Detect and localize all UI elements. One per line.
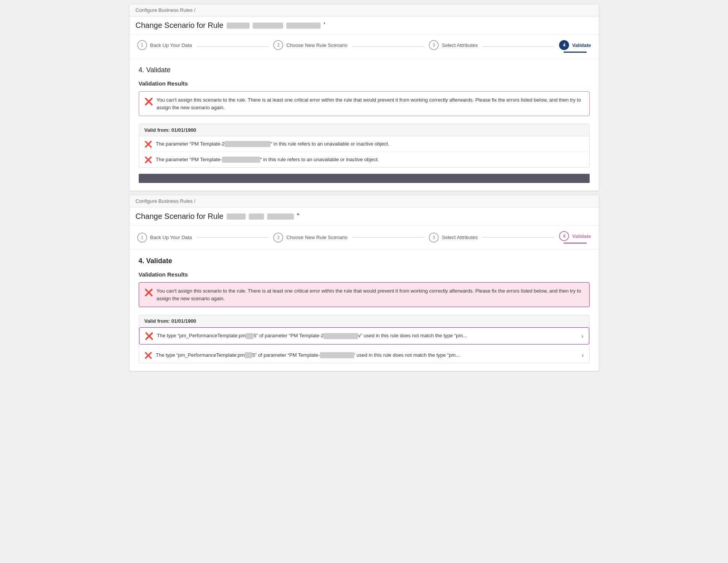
title-blur-3: [286, 23, 321, 29]
stepper-top: 1 Back Up Your Data 2 Choose New Rule Sc…: [130, 35, 599, 58]
step-label-3-top: Select Attributes: [442, 42, 478, 48]
error-row-text-1-bottom: The type “pm_PerformanceTemplate:pm5” of…: [157, 333, 467, 339]
step-underline-3-top: [429, 52, 478, 53]
step-label-4-bottom: Validate: [572, 233, 591, 239]
error-row-2-bottom: ❌ The type “pm_PerformanceTemplate:pm5” …: [139, 348, 589, 363]
step-label-2-bottom: Choose New Rule Scenario: [286, 235, 347, 240]
error-row-text-2-top: The parameter “PM Template-“ in this rul…: [156, 157, 379, 163]
error-banner-top: ❌ You can't assign this scenario to the …: [139, 91, 590, 116]
step-circle-3-bottom: 3: [429, 233, 439, 243]
error-banner-text-bottom: You can't assign this scenario to the ru…: [157, 287, 584, 302]
title-blur-1: [227, 23, 250, 29]
validation-title-bottom: Validation Results: [139, 271, 590, 278]
title-blur-2: [253, 23, 283, 29]
step-circle-4-top: 4: [559, 40, 569, 50]
title-blur-1b: [227, 214, 246, 220]
step-circle-2-top: 2: [273, 40, 283, 50]
error-row-text-2-bottom: The type “pm_PerformanceTemplate:pm5” of…: [156, 352, 460, 359]
step-label-2-top: Choose New Rule Scenario: [286, 42, 347, 48]
step-underline-4-top: [564, 52, 587, 53]
error-row-1-top: ❌ The parameter “PM Template-2“ in this …: [139, 136, 589, 152]
step-circle-3-top: 3: [429, 40, 439, 50]
top-panel: Configure Business Rules / Change Scenar…: [129, 4, 599, 191]
step-4-top: 4 Validate: [559, 40, 591, 53]
stepper-bottom: 1 Back Up Your Data 2 Choose New Rule Sc…: [130, 226, 599, 249]
valid-from-header-top: Valid from: 01/01/1900: [139, 124, 589, 136]
page-title-bar-bottom: Change Scenario for Rule ": [130, 207, 599, 226]
page-title-top: Change Scenario for Rule ': [136, 21, 325, 30]
step-line-3-bottom: [482, 237, 555, 238]
valid-from-header-bottom: Valid from: 01/01/1900: [139, 315, 589, 327]
section-title-top: 4. Validate: [139, 66, 590, 74]
step-circle-4-bottom: 4: [559, 231, 569, 241]
error-row-icon-1-bottom: ❌: [145, 332, 153, 340]
step-label-4-top: Validate: [572, 42, 591, 48]
chevron-right-icon-2: ›: [582, 352, 584, 359]
step-label-1-top: Back Up Your Data: [150, 42, 192, 48]
error-banner-icon-bottom: ❌: [144, 288, 153, 298]
content-area-top: 4. Validate Validation Results ❌ You can…: [130, 58, 599, 191]
error-row-icon-2-top: ❌: [144, 156, 152, 163]
step-1-top: 1 Back Up Your Data: [137, 40, 192, 53]
step-3-top: 3 Select Attributes: [429, 40, 478, 53]
content-area-bottom: 4. Validate Validation Results ❌ You can…: [130, 249, 599, 371]
step-line-2-bottom: [352, 237, 424, 238]
step-2-bottom: 2 Choose New Rule Scenario: [273, 233, 347, 243]
error-row-text-1-top: The parameter “PM Template-2“ in this ru…: [156, 141, 389, 147]
step-3-bottom: 3 Select Attributes: [429, 233, 478, 243]
step-underline-4-bottom: [564, 243, 587, 244]
step-line-2-top: [352, 46, 424, 47]
page-title-bar-top: Change Scenario for Rule ': [130, 16, 599, 35]
step-label-1-bottom: Back Up Your Data: [150, 235, 192, 240]
error-row-icon-2-bottom: ❌: [144, 352, 152, 359]
step-circle-1-bottom: 1: [137, 233, 147, 243]
chevron-right-icon-1: ›: [581, 333, 583, 340]
valid-from-section-bottom: Valid from: 01/01/1900 ❌ The type “pm_Pe…: [139, 315, 590, 363]
footer-bar-top: [139, 174, 590, 183]
step-line-1-top: [196, 46, 269, 47]
error-row-2-top: ❌ The parameter “PM Template-“ in this r…: [139, 152, 589, 167]
error-row-icon-1-top: ❌: [144, 141, 152, 148]
error-banner-bottom: ❌ You can't assign this scenario to the …: [139, 282, 590, 307]
valid-from-section-top: Valid from: 01/01/1900 ❌ The parameter “…: [139, 124, 590, 168]
step-1-bottom: 1 Back Up Your Data: [137, 233, 192, 243]
step-label-3-bottom: Select Attributes: [442, 235, 478, 240]
step-underline-2-top: [273, 52, 347, 53]
page-title-bottom: Change Scenario for Rule ": [136, 212, 300, 221]
step-line-1-bottom: [196, 237, 269, 238]
validation-title-top: Validation Results: [139, 80, 590, 87]
bottom-panel: Configure Business Rules / Change Scenar…: [129, 195, 599, 371]
step-circle-2-bottom: 2: [273, 233, 283, 243]
step-underline-1-top: [137, 52, 192, 53]
error-row-1-bottom[interactable]: ❌ The type “pm_PerformanceTemplate:pm5” …: [139, 327, 589, 345]
title-blur-3b: [267, 214, 294, 220]
breadcrumb-top: Configure Business Rules /: [130, 4, 599, 16]
error-banner-icon-top: ❌: [144, 97, 153, 107]
section-title-bottom: 4. Validate: [139, 257, 590, 265]
step-line-3-top: [482, 46, 555, 47]
error-row-1-left: ❌ The type “pm_PerformanceTemplate:pm5” …: [145, 332, 467, 340]
step-circle-1-top: 1: [137, 40, 147, 50]
step-4-bottom: 4 Validate: [559, 231, 591, 244]
title-blur-2b: [249, 214, 264, 220]
step-2-top: 2 Choose New Rule Scenario: [273, 40, 347, 53]
breadcrumb-bottom: Configure Business Rules /: [130, 195, 599, 207]
error-banner-text-top: You can't assign this scenario to the ru…: [157, 96, 584, 111]
